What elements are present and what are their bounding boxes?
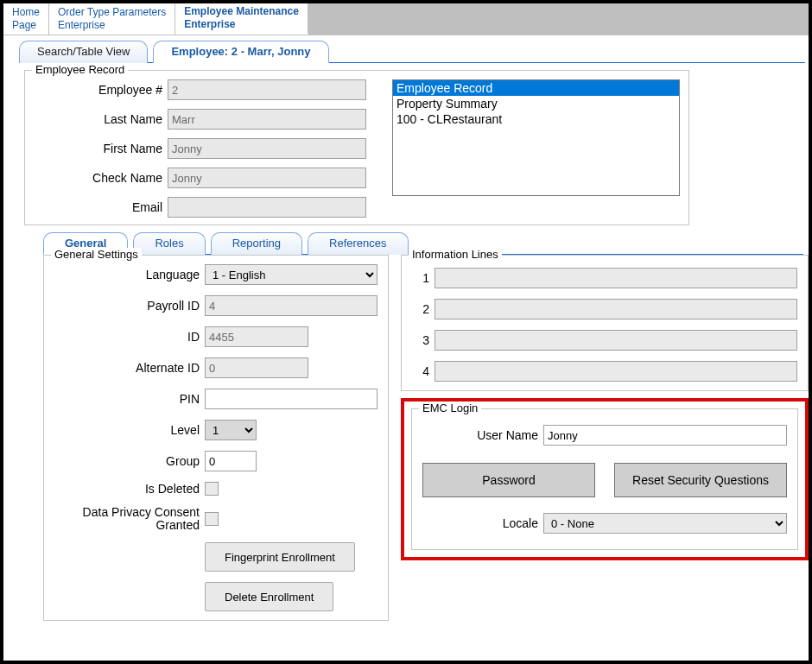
- info-label-2: 2: [412, 302, 435, 316]
- employee-record-title: Employee Record: [32, 63, 128, 76]
- info-input-2[interactable]: [435, 299, 797, 319]
- top-tab-filler: [308, 3, 809, 35]
- input-group[interactable]: [205, 451, 257, 471]
- info-lines-group: Information Lines 1 2 3 4: [401, 255, 809, 391]
- button-password[interactable]: Password: [422, 463, 595, 497]
- button-delete-enrollment[interactable]: Delete Enrollment: [205, 582, 333, 611]
- list-item-property-summary[interactable]: Property Summary: [393, 96, 679, 111]
- general-settings-group: General Settings Language 1 - English Pa…: [43, 255, 389, 621]
- input-payroll-id[interactable]: [205, 295, 377, 316]
- emc-login-highlight: EMC Login User Name Password Reset Secur…: [401, 398, 809, 560]
- sub-tab-row: Search/Table View Employee: 2 - Marr, Jo…: [19, 41, 805, 63]
- input-alternate-id[interactable]: [205, 357, 308, 378]
- top-tab-row: Home Page Order Type Parameters Enterpri…: [3, 3, 809, 35]
- top-tab-order-type-line1: Order Type Parameters: [58, 6, 166, 19]
- label-payroll-id: Payroll ID: [49, 299, 205, 313]
- label-is-deleted: Is Deleted: [49, 482, 205, 496]
- label-employee-no: Employee #: [34, 83, 168, 97]
- detail-tab-roles[interactable]: Roles: [133, 232, 205, 255]
- top-tab-order-type-line2: Enterprise: [58, 19, 166, 32]
- detail-columns: General Settings Language 1 - English Pa…: [43, 255, 803, 621]
- input-pin[interactable]: [205, 389, 377, 409]
- input-email[interactable]: [168, 197, 366, 218]
- checkbox-consent[interactable]: [205, 512, 219, 526]
- label-pin: PIN: [49, 392, 205, 406]
- top-tab-order-type[interactable]: Order Type Parameters Enterprise: [49, 3, 175, 35]
- label-alternate-id: Alternate ID: [49, 361, 205, 375]
- input-last-name[interactable]: [168, 109, 366, 130]
- detail-tab-reporting[interactable]: Reporting: [211, 232, 302, 255]
- list-item-clrestaurant[interactable]: 100 - CLRestaurant: [393, 111, 679, 127]
- general-settings-title: General Settings: [51, 248, 142, 261]
- emc-login-title: EMC Login: [419, 402, 481, 414]
- select-locale[interactable]: 0 - None: [543, 513, 787, 534]
- checkbox-is-deleted[interactable]: [205, 482, 219, 496]
- input-employee-no[interactable]: [168, 79, 366, 100]
- label-language: Language: [49, 268, 205, 281]
- info-label-1: 1: [412, 271, 435, 285]
- top-tab-emp-line2: Enterprise: [184, 18, 299, 31]
- label-consent: Data Privacy Consent Granted: [49, 506, 205, 532]
- info-label-4: 4: [412, 364, 435, 378]
- top-tab-home[interactable]: Home Page: [3, 3, 49, 35]
- list-item-employee-record[interactable]: Employee Record: [393, 80, 679, 96]
- button-fingerprint-enrollment[interactable]: Fingerprint Enrollment: [205, 542, 355, 572]
- info-input-1[interactable]: [435, 268, 797, 288]
- label-level: Level: [49, 423, 205, 437]
- detail-tab-references[interactable]: References: [308, 232, 408, 255]
- select-level[interactable]: 1: [205, 420, 257, 440]
- top-tab-home-line2: Page: [12, 19, 40, 32]
- label-group: Group: [49, 454, 205, 468]
- employee-record-group: Employee Record Employee # Last Name Fir…: [24, 70, 689, 225]
- select-language[interactable]: 1 - English: [205, 264, 377, 285]
- emc-login-group: EMC Login User Name Password Reset Secur…: [411, 408, 798, 550]
- record-list-box[interactable]: Employee Record Property Summary 100 - C…: [392, 79, 680, 196]
- top-tab-emp-line1: Employee Maintenance: [184, 5, 299, 18]
- label-id: ID: [49, 330, 205, 344]
- label-user-name: User Name: [422, 428, 543, 442]
- info-label-3: 3: [412, 333, 435, 347]
- sub-tab-employee[interactable]: Employee: 2 - Marr, Jonny: [153, 41, 328, 63]
- input-id[interactable]: [205, 326, 308, 347]
- label-email: Email: [34, 200, 168, 214]
- info-input-4[interactable]: [435, 361, 797, 382]
- input-check-name[interactable]: [168, 168, 366, 188]
- button-reset-security-questions[interactable]: Reset Security Questions: [614, 463, 787, 497]
- info-input-3[interactable]: [435, 330, 797, 351]
- label-first-name: First Name: [34, 142, 168, 155]
- input-user-name[interactable]: [543, 425, 787, 446]
- window: Home Page Order Type Parameters Enterpri…: [0, 0, 812, 664]
- input-first-name[interactable]: [168, 138, 366, 159]
- top-tab-home-line1: Home: [12, 6, 40, 19]
- info-lines-title: Information Lines: [409, 248, 502, 261]
- sub-tab-search[interactable]: Search/Table View: [19, 41, 148, 63]
- label-last-name: Last Name: [34, 112, 168, 126]
- label-check-name: Check Name: [34, 171, 168, 185]
- label-locale: Locale: [422, 516, 543, 530]
- top-tab-employee-maintenance[interactable]: Employee Maintenance Enterprise: [175, 3, 308, 35]
